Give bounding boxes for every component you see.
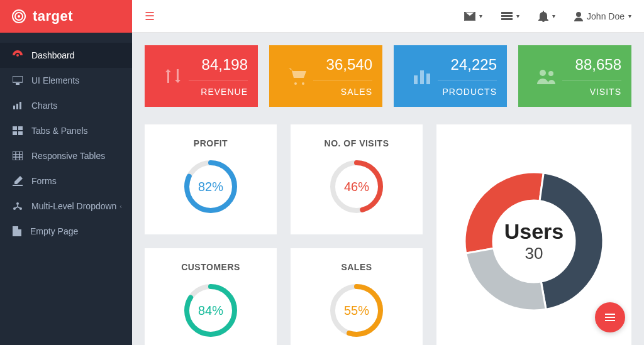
stat-value: 24,225: [438, 56, 497, 80]
bars-icon: [406, 68, 438, 84]
stat-label: PRODUCTS: [438, 80, 497, 97]
caret-down-icon: ▾: [479, 13, 482, 19]
main-content: 84,198REVENUE 36,540SALES 24,225PRODUCTS…: [132, 33, 644, 345]
gauge-title: SALES: [341, 262, 372, 272]
stat-label: REVENUE: [189, 80, 248, 97]
svg-rect-8: [16, 83, 19, 85]
envelope-icon: [464, 12, 475, 21]
sidebar-item-charts[interactable]: Charts: [0, 93, 132, 118]
sidebar-item-empty-page[interactable]: Empty Page: [0, 219, 132, 244]
menu-icon: [605, 314, 615, 321]
svg-rect-16: [13, 151, 23, 160]
monitor-icon: [13, 76, 23, 85]
stat-card-visits[interactable]: 88,658VISITS: [518, 45, 631, 107]
sidebar-item-forms[interactable]: Forms: [0, 168, 132, 194]
svg-rect-9: [13, 106, 15, 109]
notifications-menu[interactable]: ▾: [538, 11, 555, 22]
sidebar: Dashboard UI Elements Charts Tabs & Pane…: [0, 33, 132, 345]
stat-value: 84,198: [189, 56, 248, 80]
sidebar-item-label: Forms: [31, 176, 57, 186]
chevron-left-icon: ‹: [119, 202, 122, 210]
charts-grid: PROFIT 82% NO. OF VISITS 46% CUSTOMERS 8…: [145, 124, 631, 345]
sidebar-item-label: UI Elements: [31, 75, 79, 85]
svg-rect-13: [18, 126, 23, 130]
svg-rect-26: [426, 74, 430, 84]
user-icon: [574, 11, 583, 21]
gauge-card-customers: CUSTOMERS 84%: [145, 248, 277, 345]
user-name-label: John Doe: [587, 11, 625, 21]
sidebar-item-ui-elements[interactable]: UI Elements: [0, 68, 132, 93]
svg-rect-14: [13, 131, 17, 135]
stat-label: VISITS: [562, 80, 621, 97]
sidebar-item-tabs-panels[interactable]: Tabs & Panels: [0, 118, 132, 143]
stats-row: 84,198REVENUE 36,540SALES 24,225PRODUCTS…: [145, 45, 631, 107]
svg-rect-11: [19, 102, 21, 109]
gauge-customers: 84%: [182, 282, 239, 339]
brand-text: target: [33, 8, 73, 25]
svg-rect-5: [501, 18, 513, 20]
gauge-card-visits: NO. OF VISITS 46%: [291, 124, 423, 234]
donut-title: Users: [504, 219, 564, 244]
svg-point-2: [18, 15, 20, 18]
sidebar-item-dashboard[interactable]: Dashboard: [0, 43, 132, 68]
top-bar: target ☰ ▾ ▾ ▾ John Doe ▾: [0, 0, 644, 33]
gauge-title: CUSTOMERS: [181, 262, 240, 272]
svg-point-6: [576, 12, 581, 17]
svg-rect-38: [605, 317, 615, 318]
gauge-card-profit: PROFIT 82%: [145, 124, 277, 234]
sidebar-item-label: Multi-Level Dropdown: [31, 201, 116, 211]
chart-icon: [13, 101, 23, 110]
sidebar-item-label: Tabs & Panels: [31, 126, 88, 136]
grid-icon: [13, 126, 23, 135]
brand[interactable]: target: [0, 0, 132, 33]
svg-point-27: [540, 70, 546, 76]
tasks-menu[interactable]: ▾: [501, 12, 519, 21]
gauge-value: 84%: [182, 282, 239, 339]
list-icon: [501, 12, 513, 21]
menu-toggle-icon[interactable]: ☰: [145, 9, 155, 23]
sidebar-item-label: Dashboard: [31, 50, 75, 60]
gauge-profit: 82%: [182, 158, 239, 215]
svg-rect-37: [605, 314, 615, 315]
stat-value: 88,658: [562, 56, 621, 80]
sidebar-item-multi-level-dropdown[interactable]: Multi-Level Dropdown ‹: [0, 194, 132, 219]
donut-value: 30: [525, 244, 543, 263]
messages-menu[interactable]: ▾: [464, 12, 482, 21]
topbar-right: ☰ ▾ ▾ ▾ John Doe ▾: [132, 0, 644, 32]
user-menu[interactable]: John Doe ▾: [574, 11, 631, 21]
tree-icon: [13, 202, 23, 211]
gauge-value: 55%: [328, 282, 385, 339]
stat-card-revenue[interactable]: 84,198REVENUE: [145, 45, 258, 107]
caret-down-icon: ▾: [552, 13, 555, 19]
gauge-card-sales: SALES 55%: [291, 248, 423, 345]
sidebar-item-label: Empty Page: [30, 226, 78, 236]
table-icon: [13, 151, 23, 160]
sidebar-item-label: Charts: [31, 101, 57, 111]
svg-point-28: [548, 71, 553, 76]
gauge-title: PROFIT: [194, 138, 228, 148]
svg-rect-3: [501, 12, 513, 14]
users-icon: [531, 68, 562, 84]
caret-down-icon: ▾: [516, 13, 519, 19]
svg-rect-7: [13, 76, 23, 82]
gauge-value: 46%: [328, 158, 385, 215]
stat-value: 36,540: [313, 56, 372, 80]
svg-rect-25: [420, 70, 424, 84]
top-actions: ▾ ▾ ▾ John Doe ▾: [464, 11, 631, 22]
svg-rect-39: [605, 320, 615, 321]
sidebar-item-label: Responsive Tables: [31, 151, 105, 161]
gauge-value: 82%: [182, 158, 239, 215]
fab-button[interactable]: [595, 302, 625, 332]
arrows-icon: [157, 65, 189, 87]
svg-rect-15: [18, 131, 23, 135]
donut-chart: Users 30: [443, 150, 625, 332]
stat-card-sales[interactable]: 36,540SALES: [269, 45, 382, 107]
sidebar-item-responsive-tables[interactable]: Responsive Tables: [0, 143, 132, 168]
stat-card-products[interactable]: 24,225PRODUCTS: [394, 45, 507, 107]
svg-rect-24: [414, 75, 418, 84]
cart-icon: [282, 67, 313, 85]
gauge-title: NO. OF VISITS: [325, 138, 389, 148]
svg-rect-4: [501, 15, 513, 17]
bell-icon: [538, 11, 548, 22]
caret-down-icon: ▾: [628, 13, 631, 19]
